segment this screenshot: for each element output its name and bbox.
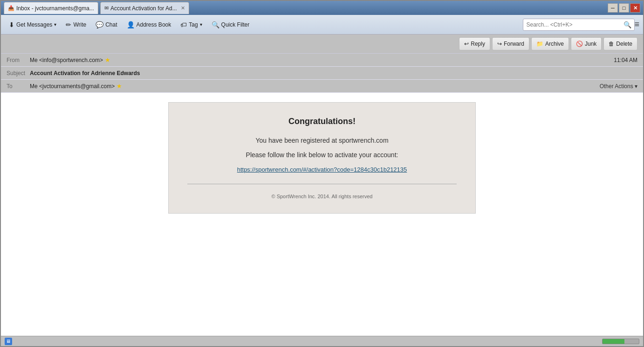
forward-icon: ↪ — [497, 41, 502, 47]
delete-icon: 🗑 — [609, 41, 614, 47]
email-greeting: Congratulations! — [187, 117, 457, 126]
archive-icon: 📁 — [536, 41, 543, 47]
progress-bar — [602, 339, 639, 344]
activation-link-container: https://sportwrench.com/#/activation?cod… — [187, 165, 457, 174]
get-messages-button[interactable]: ⬇ Get Messages ▾ — [5, 18, 61, 32]
tab-inbox[interactable]: 📥 Inbox - jvctournaments@gma... — [4, 2, 98, 14]
email-divider — [187, 184, 457, 184]
status-right — [602, 339, 639, 344]
email-footer: © SportWrench Inc. 2014. All rights rese… — [187, 194, 457, 199]
to-value: Me <jvctournaments@gmail.com> — [30, 83, 115, 90]
tag-button[interactable]: 🏷 Tag ▾ — [176, 18, 206, 32]
from-value: Me <info@sportwrench.com> — [30, 57, 103, 63]
maximize-button[interactable]: □ — [619, 3, 629, 13]
get-messages-dropdown-icon[interactable]: ▾ — [54, 22, 56, 27]
junk-button[interactable]: 🚫 Junk — [571, 37, 602, 50]
write-button[interactable]: ✏ Write — [62, 18, 90, 32]
search-area: 🔍 ≡ — [523, 19, 639, 31]
get-messages-icon: ⬇ — [9, 21, 14, 28]
reply-button[interactable]: ↩ Reply — [459, 37, 490, 50]
write-icon: ✏ — [66, 21, 71, 28]
instructions-text: Please follow the link below to activate… — [187, 150, 457, 160]
to-label: To — [7, 83, 30, 90]
subject-label: Subject — [7, 70, 30, 76]
search-button[interactable]: 🔍 — [623, 21, 631, 28]
quick-filter-icon: 🔍 — [212, 21, 219, 28]
minimize-button[interactable]: ─ — [608, 3, 618, 13]
status-icon: 🖥 — [5, 338, 12, 345]
progress-bar-fill — [603, 339, 624, 344]
archive-button[interactable]: 📁 Archive — [531, 37, 569, 50]
delete-button[interactable]: 🗑 Delete — [603, 37, 637, 50]
reply-icon: ↩ — [464, 41, 469, 47]
email-actions-bar: ↩ Reply ↪ Forward 📁 Archive 🚫 Junk 🗑 Del… — [1, 35, 643, 54]
email-body-container: Congratulations! You have been registere… — [1, 93, 643, 336]
status-bar: 🖥 — [1, 336, 643, 346]
tab-email-label: Account Activation for Ad... — [110, 5, 177, 12]
inbox-icon: 📥 — [8, 5, 14, 11]
menu-button[interactable]: ≡ — [634, 20, 639, 29]
window-controls: ─ □ ✕ — [608, 3, 640, 13]
chat-icon: 💬 — [96, 21, 103, 28]
email-to-row: To Me <jvctournaments@gmail.com> ★ Other… — [1, 80, 643, 93]
from-label: From — [7, 57, 30, 63]
tab-close-icon[interactable]: ✕ — [181, 5, 185, 11]
chat-button[interactable]: 💬 Chat — [91, 18, 121, 32]
address-book-button[interactable]: 👤 Address Book — [123, 18, 176, 32]
email-from-row: From Me <info@sportwrench.com> ★ 11:04 A… — [1, 54, 643, 67]
tab-inbox-label: Inbox - jvctournaments@gma... — [16, 5, 94, 12]
tab-email[interactable]: ✉ Account Activation for Ad... ✕ — [100, 2, 189, 14]
from-star-icon[interactable]: ★ — [105, 56, 110, 63]
toolbar: ⬇ Get Messages ▾ ✏ Write 💬 Chat 👤 Addres… — [1, 15, 643, 35]
to-star-icon[interactable]: ★ — [116, 83, 122, 90]
email-icon: ✉ — [104, 5, 109, 11]
address-book-icon: 👤 — [127, 21, 135, 28]
junk-icon: 🚫 — [576, 41, 583, 47]
activation-link[interactable]: https://sportwrench.com/#/activation?cod… — [237, 166, 407, 173]
title-bar: 📥 Inbox - jvctournaments@gma... ✉ Accoun… — [1, 1, 643, 15]
tag-dropdown-icon[interactable]: ▾ — [200, 22, 202, 27]
email-time: 11:04 AM — [614, 57, 637, 63]
email-subject-row: Subject Account Activation for Adrienne … — [1, 67, 643, 80]
tag-icon: 🏷 — [180, 21, 187, 28]
close-button[interactable]: ✕ — [630, 3, 640, 13]
search-input[interactable] — [523, 19, 635, 31]
registered-text: You have been registered at sportwrench.… — [187, 136, 457, 146]
subject-value: Account Activation for Adrienne Edwards — [30, 70, 140, 76]
forward-button[interactable]: ↪ Forward — [492, 37, 529, 50]
quick-filter-button[interactable]: 🔍 Quick Filter — [207, 18, 254, 32]
email-content-card: Congratulations! You have been registere… — [168, 102, 476, 214]
other-actions-button[interactable]: Other Actions ▾ — [600, 83, 637, 90]
